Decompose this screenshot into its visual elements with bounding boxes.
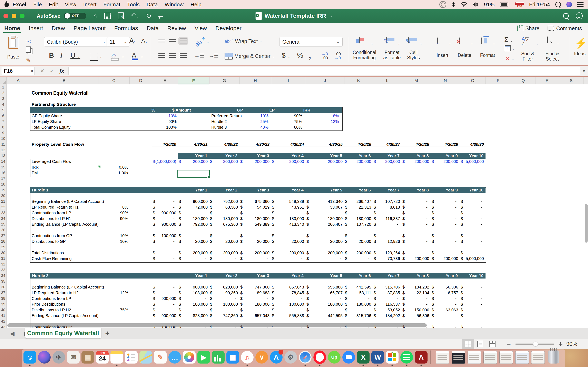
cell[interactable]: $555,888 [306,284,343,290]
cell[interactable]: $180,000 [306,301,343,307]
cell[interactable]: $- [432,296,458,301]
cell[interactable]: $- [272,210,304,216]
cell[interactable]: $- [306,296,343,301]
cell[interactable]: $- [461,313,484,318]
dock-trash-icon[interactable] [548,350,559,364]
cell[interactable]: $- [402,239,429,244]
menu-item-window[interactable]: Window [161,1,187,8]
close-window-button[interactable] [3,14,8,18]
column-header-E[interactable]: E [152,77,178,84]
cell[interactable]: $107,720 [345,221,371,227]
date-cell[interactable]: 4/30/28 [402,142,429,147]
cell[interactable]: $63,360 [210,204,238,210]
minimize-window-button[interactable] [12,14,16,18]
dock-opera-icon[interactable] [313,350,327,364]
cell[interactable]: $- [461,221,484,227]
column-header-K[interactable]: K [344,77,373,84]
row-header-10[interactable]: 10 [0,136,7,142]
cell[interactable]: $- [240,256,269,261]
cell[interactable]: $- [432,233,458,239]
cell[interactable]: $184,202 [402,284,429,290]
partnership-row-label[interactable]: LP Equity Share [32,119,61,124]
home-icon[interactable]: ⌂ [93,13,97,19]
cell[interactable]: $200,000 [402,256,429,261]
cell[interactable]: $555,888 [272,313,304,318]
cell[interactable]: $- [153,250,176,256]
cell[interactable]: $413,340 [272,221,304,227]
row-header-15[interactable]: 15 [0,164,7,170]
column-header-B[interactable]: B [30,77,98,84]
cell[interactable]: $180,000 [210,301,238,307]
row-header-30[interactable]: 30 [0,250,7,256]
cell[interactable]: $200,000 [345,159,371,164]
pct-cell[interactable]: 12% [98,290,128,296]
font-color-button[interactable]: A [132,51,138,60]
row-header-18[interactable]: 18 [0,182,7,187]
cell[interactable]: $- [240,307,269,313]
ribbon-tab-data[interactable]: Data [142,23,163,34]
row-label[interactable]: Beginning Balance (LP Capital Account) [32,284,104,290]
cell[interactable]: $657,043 [272,284,304,290]
wrap-text-button[interactable]: ab⏎Wrap Text⌄ [225,38,262,44]
dock-calendar-icon[interactable]: APR24 [95,350,109,364]
row-header-33[interactable]: 33 [0,267,7,273]
row-label[interactable]: LP Required Return to H1 [32,204,79,210]
cell[interactable]: $200,000 [179,250,208,256]
add-sheet-button[interactable]: + [105,329,110,338]
row-header-26[interactable]: 26 [0,227,7,233]
cs-caret[interactable]: ⌄ [420,41,423,45]
cell[interactable]: $900,000 [153,210,176,216]
cell[interactable]: $56,306 [432,284,458,290]
cell[interactable]: $180,000 [240,301,269,307]
cell[interactable]: $- [240,296,269,301]
cell[interactable]: $- [402,210,429,216]
pct-cell[interactable]: 8% [98,204,128,210]
row-label[interactable]: Beginning Balance (LP Capital Account) [32,199,104,204]
name-box[interactable]: F16▲▼ [1,67,35,75]
column-header-Q[interactable]: Q [511,77,536,84]
row-header-9[interactable]: 9 [0,130,7,136]
cell[interactable]: $- [179,307,208,313]
cell[interactable]: $315,706 [345,313,371,318]
cell[interactable]: $- [402,301,429,307]
partnership-gp[interactable]: 10% [232,113,268,119]
cell[interactable]: $180,000 [345,301,371,307]
cell[interactable]: $- [210,210,238,216]
date-cell[interactable]: 4/30/21 [178,142,208,147]
sheet-tab-common-equity-waterfall[interactable]: Common Equity Waterfall [25,328,101,338]
dock-minimized-window-7[interactable] [531,351,545,364]
cell[interactable]: $675,360 [210,221,238,227]
ribbon-tab-home[interactable]: Home [0,23,25,34]
cell[interactable]: $- [402,233,429,239]
increase-font-icon[interactable]: A^ [129,37,136,45]
cell[interactable]: $78,845 [272,290,304,296]
cell[interactable]: $116,337 [374,301,400,307]
row-header-14[interactable]: 14 [0,159,7,165]
row-header-34[interactable]: 34 [0,273,7,279]
menu-item-excel[interactable]: Excel [9,1,30,8]
decrease-decimal-button[interactable]: .00→0 [334,52,341,60]
cell[interactable]: $5,000,000 [461,256,484,261]
creative-cloud-icon[interactable] [439,1,446,8]
row-header-11[interactable]: 11 [0,142,7,147]
row-header-27[interactable]: 27 [0,233,7,239]
select-all-corner[interactable] [0,77,7,84]
align-right-button[interactable] [178,52,188,59]
cell[interactable]: $- [210,233,238,239]
dock-minimized-window-4[interactable] [484,351,497,364]
cell[interactable]: $442,595 [306,313,343,318]
row-header-1[interactable]: 1 [0,84,7,90]
borders-button[interactable] [90,53,98,61]
menu-item-file[interactable]: File [30,1,45,8]
pct-cell[interactable]: 90% [98,210,128,216]
cell[interactable]: $200,000 [306,250,343,256]
cell[interactable]: $- [240,210,269,216]
prev-sheet-arrow[interactable]: ◀ [10,330,15,337]
dock-photos-icon[interactable] [182,350,196,364]
cell[interactable]: $- [345,233,371,239]
cell[interactable]: $- [432,199,458,204]
align-center-button[interactable] [168,52,177,59]
comments-button[interactable]: Comments [548,25,582,32]
currency-button[interactable]: $ ⌄ [282,51,291,59]
autosave-toggle[interactable]: OFF [64,13,86,19]
